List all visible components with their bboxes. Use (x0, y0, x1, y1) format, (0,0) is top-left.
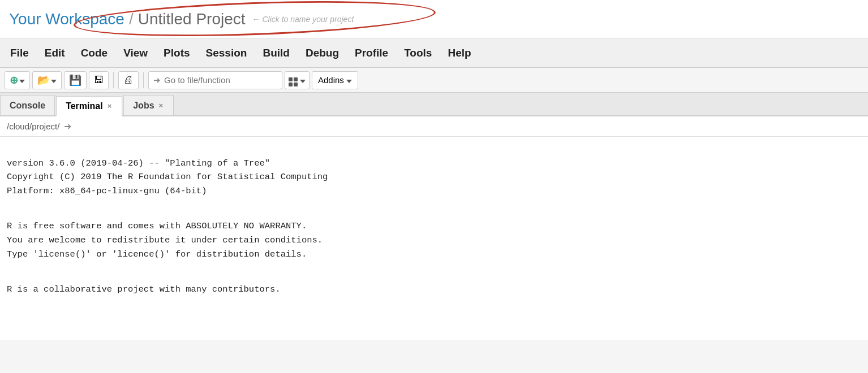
chevron-down-icon (19, 75, 25, 85)
toolbar-sep-1 (113, 72, 114, 88)
menu-session[interactable]: Session (198, 42, 255, 64)
grid-chevron-icon (300, 75, 306, 85)
menu-edit[interactable]: Edit (37, 42, 73, 64)
click-to-name-hint[interactable]: ← Click to name your project (252, 15, 354, 24)
addins-label: Addins (318, 75, 344, 85)
toolbar: ⊕ 📂 💾 🖫 🖨 ➜ Addins (0, 68, 868, 93)
print-icon: 🖨 (123, 74, 134, 86)
console-blank-3 (7, 209, 861, 220)
console-content[interactable]: version 3.6.0 (2019-04-26) -- "Planting … (0, 137, 868, 340)
save-all-button[interactable]: 🖫 (89, 71, 109, 89)
console-line-2: Copyright (C) 2019 The R Foundation for … (7, 170, 861, 184)
addins-chevron-icon (346, 75, 352, 85)
print-button[interactable]: 🖨 (118, 71, 139, 89)
console-line-8: Type 'license()' or 'licence()' for dist… (7, 248, 861, 262)
save-button[interactable]: 💾 (64, 71, 87, 89)
menu-plots[interactable]: Plots (156, 42, 197, 64)
tab-terminal-close[interactable]: × (106, 102, 113, 110)
menu-help[interactable]: Help (440, 42, 479, 64)
menu-profile[interactable]: Profile (347, 42, 396, 64)
project-name[interactable]: Untitled Project (138, 10, 246, 28)
console-line-1: version 3.6.0 (2019-04-26) -- "Planting … (7, 157, 861, 171)
open-folder-button[interactable]: 📂 (32, 71, 62, 89)
menu-file[interactable]: File (2, 42, 37, 64)
console-line-3: Platform: x86_64-pc-linux-gnu (64-bit) (7, 184, 861, 198)
search-arrow-icon: ➜ (153, 75, 161, 85)
menu-bar: File Edit Code View Plots Session Build … (0, 38, 868, 68)
title-bar: Your Workspace / Untitled Project ← Clic… (0, 0, 868, 38)
tab-console[interactable]: Console (0, 95, 55, 115)
console-blank-5 (7, 272, 861, 283)
folder-icon: 📂 (37, 74, 50, 86)
menu-debug[interactable]: Debug (298, 42, 347, 64)
grid-icon (289, 73, 298, 86)
console-line-11: R is a collaborative project with many c… (7, 283, 861, 297)
addins-button[interactable]: Addins (312, 71, 358, 89)
tab-jobs-label: Jobs (133, 101, 154, 111)
toolbar-sep-2 (143, 72, 144, 88)
tab-jobs[interactable]: Jobs × (123, 95, 174, 115)
console-line-6: R is free software and comes with ABSOLU… (7, 219, 861, 233)
menu-build[interactable]: Build (255, 42, 298, 64)
console-blank-4 (7, 262, 861, 272)
new-script-button[interactable]: ⊕ (5, 71, 30, 89)
folder-chevron-icon (51, 75, 57, 85)
save-icon: 💾 (69, 74, 81, 86)
save-all-icon: 🖫 (94, 75, 104, 86)
tab-terminal-label: Terminal (66, 101, 103, 111)
tab-terminal[interactable]: Terminal × (56, 96, 122, 116)
current-path: /cloud/project/ (7, 122, 59, 131)
console-blank-1 (7, 146, 861, 157)
path-bar: /cloud/project/ ➜ (0, 116, 868, 137)
search-input[interactable] (164, 75, 277, 85)
console-line-7: You are welcome to redistribute it under… (7, 233, 861, 248)
search-box[interactable]: ➜ (148, 71, 282, 89)
grid-view-button[interactable] (285, 71, 310, 89)
plus-icon: ⊕ (10, 74, 18, 86)
tab-bar: Console Terminal × Jobs × (0, 93, 868, 116)
tab-console-label: Console (10, 101, 45, 111)
console-blank-2 (7, 198, 861, 209)
tab-jobs-close[interactable]: × (158, 101, 165, 110)
title-separator: / (129, 10, 134, 28)
path-arrow-icon: ➜ (64, 121, 71, 132)
workspace-link[interactable]: Your Workspace (9, 10, 124, 28)
menu-tools[interactable]: Tools (396, 42, 440, 64)
menu-view[interactable]: View (115, 42, 156, 64)
menu-code[interactable]: Code (73, 42, 116, 64)
